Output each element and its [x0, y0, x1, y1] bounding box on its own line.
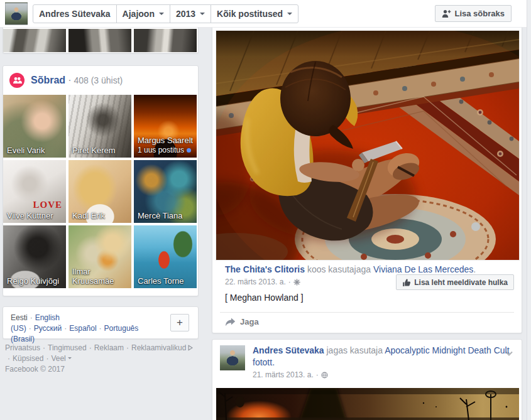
chevron-down-icon [287, 13, 292, 18]
share-icon [225, 318, 236, 326]
friends-count: 408 (3 ühist) [74, 75, 123, 85]
photo-thumbnail[interactable] [3, 29, 66, 52]
adchoices-icon [187, 345, 194, 351]
profile-name: Andres Sütevaka [39, 9, 111, 19]
add-friend-button[interactable]: Lisa sõbraks [435, 5, 512, 22]
privacy-public-globe-icon [321, 372, 328, 379]
friends-title-link[interactable]: Sõbrad [31, 75, 65, 86]
photo-thumbnail[interactable] [68, 29, 131, 52]
header-connector: jagas kasutaja [327, 345, 383, 355]
friend-tile[interactable]: Carles Torne [134, 225, 197, 288]
profile-name-tab[interactable]: Andres Sütevaka [33, 4, 117, 23]
privacy-custom-icon [293, 279, 300, 286]
post-photo[interactable] [216, 31, 519, 260]
friend-tile[interactable]: Reigo Kuivjõgi [3, 225, 66, 288]
post-meta: 22. märts 2013. a. · [225, 277, 300, 286]
language-list: Eesti·English (US)·Русский·Español·Portu… [11, 313, 164, 345]
post-timestamp[interactable]: 22. märts 2013. a. [225, 277, 286, 286]
language-link[interactable]: Русский [34, 324, 62, 333]
friend-tile[interactable]: Eveli Varik [3, 95, 66, 158]
photo-overlay-text: LOVE [33, 200, 62, 210]
friend-tile[interactable]: Ilmar Kruusamäe [68, 225, 131, 288]
new-post-dot [187, 148, 191, 153]
language-selector-card: Eesti·English (US)·Русский·Español·Portu… [3, 306, 199, 339]
post-timestamp[interactable]: 21. märts 2013. a. [253, 370, 314, 379]
chevron-down-icon [200, 13, 205, 18]
post-header: Andres Sütevaka jagas kasutaja Apocalypt… [253, 345, 512, 369]
footer-link[interactable]: Küpsised [13, 354, 43, 363]
post-text: [ Meghan Howland ] [225, 293, 304, 303]
caption-connector: koos kasutajaga [307, 264, 371, 274]
page-link[interactable]: The Chita's Clitoris [225, 264, 305, 274]
footer-links: Privaatsus·Tingimused·Reklaam·Reklaamiva… [5, 343, 195, 364]
divider [220, 312, 514, 313]
friend-tile[interactable]: Mercè Tiana [134, 160, 197, 223]
person-add-icon [442, 9, 451, 18]
painting-apocalyptic-landscape [216, 388, 519, 420]
language-link[interactable]: Español [69, 324, 96, 333]
friend-tile[interactable]: Kadi Erik [68, 160, 131, 223]
painting-woman-with-axe [216, 31, 519, 260]
profile-photo-small[interactable] [5, 3, 28, 25]
separator-dot: · [68, 75, 71, 86]
footer-link[interactable]: Tingimused [48, 343, 87, 352]
scrollbar-track[interactable] [527, 0, 531, 420]
tab-year[interactable]: 2013 [170, 4, 211, 23]
chevron-down-icon [159, 13, 164, 18]
friends-card: Sõbrad · 408 (3 ühist) Eveli Varik Piret… [3, 65, 199, 296]
footer-link[interactable]: Privaatsus [5, 343, 40, 352]
footer-link-adchoices[interactable]: Reklaamivalikud [131, 343, 186, 352]
friend-tile[interactable]: Margus Saarelt 1 uus postitus [134, 95, 197, 158]
author-link[interactable]: Andres Sütevaka [253, 345, 324, 355]
new-post-badge: 1 uus postitus [138, 146, 184, 154]
post-card: The Chita's Clitoris koos kasutajaga Viv… [212, 9, 522, 333]
like-page-button[interactable]: Lisa leht meeldivate hulka [396, 274, 514, 290]
copyright: Facebook © 2017 [5, 364, 195, 375]
avatar[interactable] [220, 345, 245, 370]
post-meta: 21. märts 2013. a. · [253, 370, 328, 379]
tab-post-filter[interactable]: Kõik postitused [211, 4, 298, 23]
friends-icon [9, 73, 25, 88]
tab-timeline[interactable]: Ajajoon [116, 4, 170, 23]
timeline-nav-tabs: Andres Sütevaka Ajajoon 2013 Kõik postit… [33, 4, 298, 23]
friend-tile[interactable]: LOVEViive Küttner [3, 160, 66, 223]
language-current: Eesti [11, 313, 28, 322]
chevron-down-icon [68, 357, 72, 361]
footer-link[interactable]: Reklaam [94, 343, 124, 352]
add-language-button[interactable]: + [170, 314, 189, 331]
footer-link-more[interactable]: Veel [51, 354, 65, 363]
footer: Privaatsus·Tingimused·Reklaam·Reklaamiva… [5, 343, 195, 375]
photo-thumbnail[interactable] [134, 29, 197, 52]
friend-tile[interactable]: Piret Kerem [68, 95, 131, 158]
post-photo[interactable] [216, 388, 519, 420]
share-button[interactable]: Jaga [225, 317, 259, 326]
friends-header: Sõbrad · 408 (3 ühist) [9, 73, 123, 88]
timeline-nav-bar: Andres Sütevaka Ajajoon 2013 Kõik postit… [0, 0, 527, 28]
post-card: Andres Sütevaka jagas kasutaja Apocalypt… [212, 339, 522, 420]
tagged-user-link[interactable]: Viviana De Las Mercedes [373, 264, 473, 274]
thumbs-up-icon [402, 278, 411, 287]
